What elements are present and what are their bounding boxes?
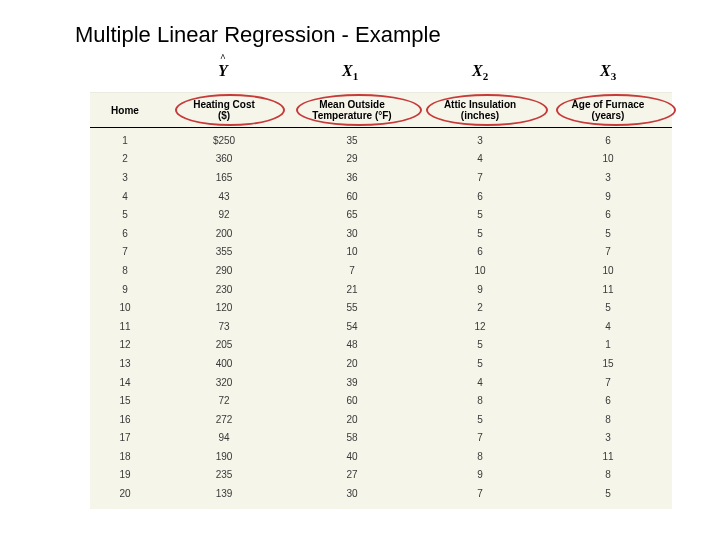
cell-age-furnace: 11 [544,451,672,462]
cell-age-furnace: 4 [544,321,672,332]
cell-mean-temp: 58 [288,432,416,443]
cell-mean-temp: 20 [288,358,416,369]
table-row: 1819040811 [90,447,672,466]
header-attic-insulation: Attic Insulation (inches) [416,99,544,121]
header-mean-temp: Mean Outside Temperature (°F) [288,99,416,121]
cell-age-furnace: 3 [544,432,672,443]
header-heating-l1: Heating Cost [160,99,288,110]
cell-heating-cost: 230 [160,284,288,295]
table-row: 236029410 [90,150,672,169]
cell-age-furnace: 11 [544,284,672,295]
x3-label: X3 [600,62,616,82]
table-row: 117354124 [90,317,672,336]
x1-label: X1 [342,62,358,82]
cell-attic-insulation: 5 [416,414,544,425]
table-row: 143203947 [90,373,672,392]
cell-mean-temp: 30 [288,488,416,499]
header-heating-l2: ($) [160,110,288,121]
table-row: 31653673 [90,168,672,187]
cell-heating-cost: 94 [160,432,288,443]
cell-heating-cost: 355 [160,246,288,257]
x1-sub: 1 [353,70,359,82]
header-attic-l2: (inches) [416,110,544,121]
header-heating-cost: Heating Cost ($) [160,99,288,121]
cell-heating-cost: 72 [160,395,288,406]
cell-mean-temp: 21 [288,284,416,295]
cell-age-furnace: 3 [544,172,672,183]
cell-heating-cost: 290 [160,265,288,276]
cell-age-furnace: 6 [544,395,672,406]
cell-attic-insulation: 5 [416,358,544,369]
cell-attic-insulation: 7 [416,172,544,183]
cell-heating-cost: 190 [160,451,288,462]
x2-sub: 2 [483,70,489,82]
table-header-row: Home Heating Cost ($) Mean Outside Tempe… [90,93,672,128]
cell-age-furnace: 10 [544,265,672,276]
cell-home: 11 [90,321,160,332]
table-row: 4436069 [90,187,672,206]
cell-mean-temp: 36 [288,172,416,183]
cell-attic-insulation: 8 [416,395,544,406]
cell-attic-insulation: 3 [416,135,544,146]
cell-attic-insulation: 10 [416,265,544,276]
table-body: 1$25035362360294103165367344360695926556… [90,128,672,509]
y-symbol: Y [218,62,228,79]
cell-mean-temp: 29 [288,153,416,164]
table-row: 101205525 [90,298,672,317]
cell-mean-temp: 27 [288,469,416,480]
cell-age-furnace: 1 [544,339,672,350]
table-row: 73551067 [90,243,672,262]
cell-attic-insulation: 5 [416,228,544,239]
cell-age-furnace: 8 [544,469,672,480]
cell-age-furnace: 5 [544,302,672,313]
cell-home: 3 [90,172,160,183]
cell-mean-temp: 35 [288,135,416,146]
cell-mean-temp: 30 [288,228,416,239]
cell-home: 2 [90,153,160,164]
cell-home: 8 [90,265,160,276]
cell-home: 19 [90,469,160,480]
cell-attic-insulation: 7 [416,488,544,499]
cell-heating-cost: 73 [160,321,288,332]
header-age-furnace: Age of Furnace (years) [544,99,672,121]
cell-home: 10 [90,302,160,313]
cell-home: 17 [90,432,160,443]
header-age-l1: Age of Furnace [544,99,672,110]
cell-home: 5 [90,209,160,220]
x2-label: X2 [472,62,488,82]
cell-age-furnace: 6 [544,209,672,220]
cell-heating-cost: 43 [160,191,288,202]
cell-home: 20 [90,488,160,499]
table-row: 122054851 [90,336,672,355]
header-temp-l1: Mean Outside [288,99,416,110]
cell-heating-cost: $250 [160,135,288,146]
table-row: 201393075 [90,484,672,503]
variable-labels-row: ^Y X1 X2 X3 [0,62,720,92]
cell-attic-insulation: 2 [416,302,544,313]
page-title: Multiple Linear Regression - Example [75,22,441,48]
cell-home: 1 [90,135,160,146]
table-row: 162722058 [90,410,672,429]
table-row: 192352798 [90,466,672,485]
table-row: 1340020515 [90,354,672,373]
data-table: Home Heating Cost ($) Mean Outside Tempe… [90,92,672,509]
cell-age-furnace: 8 [544,414,672,425]
table-row: 829071010 [90,261,672,280]
cell-heating-cost: 92 [160,209,288,220]
cell-attic-insulation: 8 [416,451,544,462]
y-hat-label: ^Y [218,62,228,80]
cell-age-furnace: 7 [544,246,672,257]
cell-home: 9 [90,284,160,295]
cell-heating-cost: 272 [160,414,288,425]
cell-age-furnace: 5 [544,228,672,239]
cell-home: 7 [90,246,160,257]
cell-mean-temp: 65 [288,209,416,220]
cell-mean-temp: 40 [288,451,416,462]
cell-attic-insulation: 6 [416,246,544,257]
table-row: 17945873 [90,429,672,448]
cell-home: 15 [90,395,160,406]
cell-attic-insulation: 12 [416,321,544,332]
cell-mean-temp: 54 [288,321,416,332]
cell-home: 12 [90,339,160,350]
x3-sub: 3 [611,70,617,82]
